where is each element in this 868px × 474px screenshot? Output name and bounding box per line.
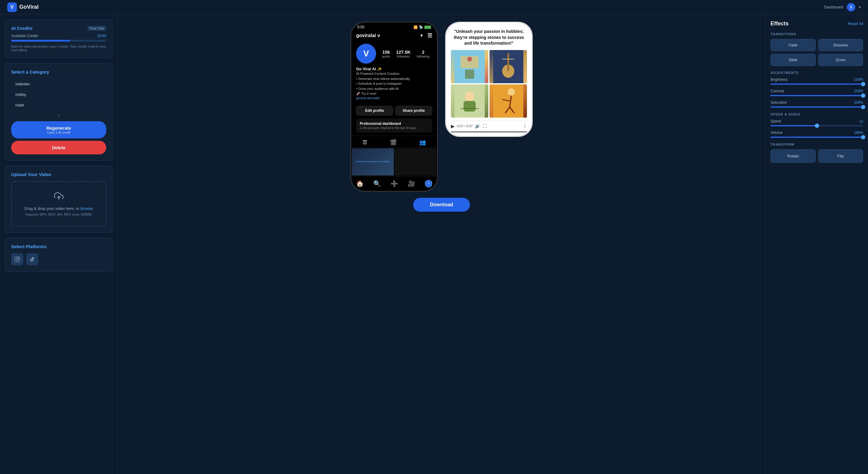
ig-bottom-nav: 🏠 🔍 ➕ 🎥 V <box>351 176 437 191</box>
select-platforms-section: Select Platforms <box>5 238 113 272</box>
svg-point-17 <box>508 88 515 96</box>
video-cell-knitting <box>451 84 488 117</box>
ig-tabs: ☰ 🎬 👥 <box>351 136 437 148</box>
ig-tab-reels[interactable]: 🎬 <box>390 139 397 146</box>
saturation-slider-row: Saturation 100% <box>771 100 863 108</box>
status-bar: 8:50 📶 📡 <box>351 23 437 30</box>
phones-row: 8:50 📶 📡 goviralai v + ☰ <box>350 22 533 192</box>
ig-username: goviralai v <box>356 33 380 38</box>
volume-label: Volume <box>771 131 783 135</box>
saturation-value: 100% <box>854 100 863 105</box>
platform-icon-instagram[interactable] <box>11 253 23 265</box>
app-logo[interactable]: V GoViral <box>7 2 39 12</box>
svg-point-3 <box>19 258 19 259</box>
svg-rect-10 <box>507 53 509 71</box>
ig-plus-icon[interactable]: + <box>420 32 423 39</box>
edit-profile-button[interactable]: Edit profile <box>356 106 393 115</box>
upload-video-card: Upload Your Video Drag & drop your video… <box>5 166 113 233</box>
ig-header-icons: + ☰ <box>420 32 432 39</box>
ig-bio-link[interactable]: goviral.ai/create <box>356 96 432 100</box>
volume-button[interactable]: 🔊 <box>475 124 480 129</box>
select-category-card: Select a Category indiedev hobby habit ↓… <box>5 63 113 161</box>
ig-grid-item-1[interactable]: Unleash your passion in hobbies <box>352 148 394 175</box>
credits-progress-fill <box>11 40 70 42</box>
ig-nav-add[interactable]: ➕ <box>391 180 398 187</box>
category-item-indiedev[interactable]: indiedev <box>11 79 106 89</box>
volume-track[interactable] <box>771 137 863 138</box>
upload-icon <box>17 192 101 203</box>
download-button[interactable]: Download <box>413 198 470 212</box>
ig-dashboard-sub: 2.1M accounts reached in the last 30 day… <box>360 126 429 130</box>
svg-point-13 <box>465 92 474 101</box>
status-icons: 📶 📡 <box>413 25 431 29</box>
transition-dissolve[interactable]: Dissolve <box>818 39 864 51</box>
play-button[interactable]: ▶ <box>451 123 455 129</box>
ig-action-buttons: Edit profile Share profile <box>351 103 437 118</box>
speed-track[interactable] <box>771 125 863 126</box>
ig-nav-reels[interactable]: 🎥 <box>408 180 415 187</box>
fullscreen-button[interactable]: ⛶ <box>483 124 487 129</box>
transition-slide[interactable]: Slide <box>771 54 816 66</box>
speed-label: Speed <box>771 119 781 123</box>
regenerate-sub-label: Uses 1 AI credit <box>47 131 70 134</box>
platform-icon-tiktok[interactable] <box>26 253 38 265</box>
adjustments-label: ADJUSTMENTS <box>771 71 863 74</box>
regenerate-button[interactable]: Regenerate Uses 1 AI credit <box>11 121 106 138</box>
speed-audio-label: SPEED & AUDIO <box>771 112 863 116</box>
brightness-slider-row: Brightness 100% <box>771 77 863 85</box>
volume-slider-row: Volume 100% <box>771 131 863 138</box>
credits-note: Each AI video generation uses 1 credit. … <box>11 45 106 52</box>
ig-tab-grid[interactable]: ☰ <box>363 139 367 146</box>
brightness-value: 100% <box>854 77 863 82</box>
ig-nav-home[interactable]: 🏠 <box>356 180 364 187</box>
brightness-track[interactable] <box>771 83 863 85</box>
delete-button[interactable]: Delete <box>11 141 106 155</box>
ig-bio: Go Viral AI ✨ AI-Powered Content Creatio… <box>356 67 432 100</box>
svg-rect-7 <box>465 70 474 79</box>
ig-nav-search[interactable]: 🔍 <box>373 180 381 187</box>
video-progress-bar[interactable] <box>451 132 527 132</box>
instagram-phone-mockup: 8:50 📶 📡 goviralai v + ☰ <box>350 22 438 192</box>
chevron-down-icon[interactable]: ▾ <box>859 5 861 9</box>
ig-grid-item-2[interactable] <box>395 148 436 175</box>
effects-panel: Effects Reset All TRANSITIONS Fade Disso… <box>765 14 868 474</box>
svg-point-2 <box>16 259 19 261</box>
contrast-slider-row: Contrast 100% <box>771 89 863 96</box>
center-panel: 8:50 📶 📡 goviralai v + ☰ <box>118 14 765 474</box>
ig-nav-profile[interactable]: V <box>425 180 432 187</box>
video-cell-guitar <box>490 50 527 83</box>
volume-value: 100% <box>854 131 863 135</box>
ig-tab-tagged[interactable]: 👥 <box>419 139 426 146</box>
ig-menu-icon[interactable]: ☰ <box>427 32 432 39</box>
ig-stat-posts: 156 posts <box>382 49 390 58</box>
ig-stat-followers: 127.5K followers <box>396 49 410 58</box>
transition-zoom[interactable]: Zoom <box>818 54 864 66</box>
effects-title: Effects <box>771 21 788 27</box>
user-avatar[interactable]: S <box>847 3 855 11</box>
svg-rect-1 <box>15 257 20 262</box>
upload-zone[interactable]: Drag & drop your video here, or browse S… <box>11 181 106 227</box>
flip-button[interactable]: Flip <box>818 149 864 163</box>
category-dropdown-arrow[interactable]: ↓ <box>11 112 106 117</box>
rotate-button[interactable]: Rotate <box>771 149 816 163</box>
regenerate-label: Regenerate <box>46 126 71 131</box>
status-time: 8:50 <box>357 25 364 29</box>
signal-icon: 📶 <box>413 25 418 29</box>
reset-all-button[interactable]: Reset All <box>848 22 863 26</box>
share-profile-button[interactable]: Share profile <box>395 106 432 115</box>
ai-credits-title: AI Credits <box>11 26 33 31</box>
video-controls: ▶ 0:07 / 0:07 🔊 ⛶ ⋮ <box>451 121 527 130</box>
free-trial-badge: Free Trial <box>88 26 106 31</box>
contrast-value: 100% <box>854 89 863 93</box>
category-item-hobby[interactable]: hobby <box>11 89 106 100</box>
platforms-title: Select Platforms <box>11 244 106 249</box>
logo-icon: V <box>7 2 17 12</box>
transition-fade[interactable]: Fade <box>771 39 816 51</box>
browse-link[interactable]: browse <box>80 206 93 211</box>
more-options-button[interactable]: ⋮ <box>523 124 527 129</box>
category-item-habit[interactable]: habit <box>11 100 106 110</box>
credits-value: 25/40 <box>97 34 106 38</box>
upload-support: Supports MP4, MOV, AVI, MKV (max 100MB) <box>17 212 101 216</box>
saturation-track[interactable] <box>771 106 863 108</box>
contrast-track[interactable] <box>771 95 863 96</box>
